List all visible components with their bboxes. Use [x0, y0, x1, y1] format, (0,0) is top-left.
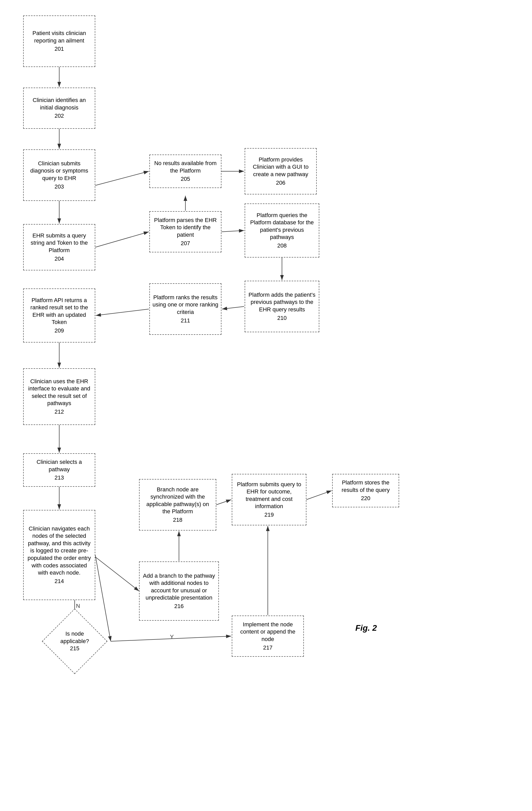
box-210: Platform adds the patient's previous pat… — [245, 281, 319, 332]
box-218: Branch node are synchronized with the ap… — [139, 479, 216, 531]
figure-label: Fig. 2 — [355, 623, 377, 633]
box-212: Clinician uses the EHR interface to eval… — [23, 368, 95, 425]
diagram-container: N Y Patient visits clinician reporting a… — [0, 0, 532, 811]
box-216: Add a branch to the pathway with additio… — [139, 562, 219, 621]
box-206: Platform provides Clinician with a GUI t… — [245, 148, 317, 195]
box-207: Platform parses the EHR Token to identif… — [149, 211, 222, 253]
svg-line-10 — [222, 306, 244, 309]
box-209: Platform API returns a ranked result set… — [23, 288, 95, 342]
box-208: Platform queries the Platform database f… — [245, 203, 319, 258]
svg-line-11 — [96, 309, 149, 316]
svg-line-19 — [111, 636, 231, 641]
svg-line-6 — [95, 171, 149, 185]
box-217: Implement the node content or append the… — [232, 615, 304, 657]
svg-line-23 — [306, 491, 332, 500]
box-203: Clinician submits diagnosis or symptoms … — [23, 149, 95, 201]
diamond-215: Is node applicable? 215 — [51, 618, 98, 664]
box-220: Platform stores the results of the query… — [332, 474, 399, 507]
svg-line-5 — [95, 232, 149, 247]
box-213: Clinician selects a pathway 213 — [23, 453, 95, 487]
box-204: EHR submits a query string and Token to … — [23, 224, 95, 271]
box-219: Platform submits query to EHR for outcom… — [232, 474, 306, 525]
svg-line-8 — [222, 230, 244, 232]
box-202: Clinician identifies an initial diagnosi… — [23, 88, 95, 129]
box-201: Patient visits clinician reporting an ai… — [23, 15, 95, 67]
box-211: Platform ranks the results using one or … — [149, 283, 222, 335]
svg-line-22 — [216, 500, 231, 505]
box-214: Clinician navigates each nodes of the se… — [23, 510, 95, 600]
box-205: No results available from the Platform 2… — [149, 154, 222, 188]
svg-text:Y: Y — [170, 633, 174, 640]
svg-text:N: N — [76, 603, 80, 609]
diamond-shape — [42, 609, 108, 674]
